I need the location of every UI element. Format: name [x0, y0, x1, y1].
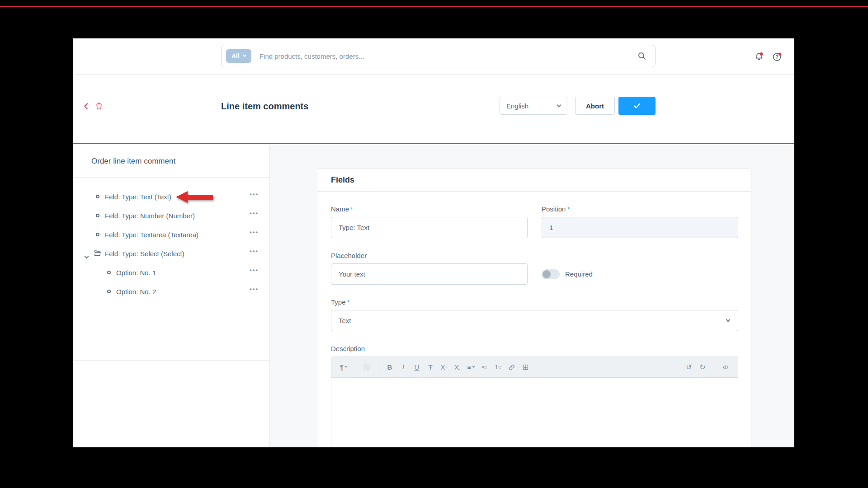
language-select-value: English: [506, 102, 528, 110]
context-menu-button[interactable]: •••: [250, 286, 259, 292]
smart-bar: Line item comments English Abort: [73, 75, 794, 144]
back-button[interactable]: [80, 100, 92, 112]
notifications-button[interactable]: [753, 51, 765, 63]
language-select[interactable]: English: [500, 97, 567, 115]
tree-item-select-field[interactable]: Feld: Type: Select (Select) •••: [73, 244, 269, 263]
required-mark: *: [350, 205, 353, 213]
fields-card: Fields Name* Po: [317, 169, 751, 447]
code-icon: [722, 364, 729, 371]
description-label: Description: [331, 345, 738, 353]
form-row-name-position: Name* Position*: [331, 205, 737, 238]
context-menu-button[interactable]: •••: [250, 191, 259, 197]
tree-item-label: Option: No. 2: [116, 288, 156, 296]
required-toggle[interactable]: [542, 269, 560, 279]
svg-text:?: ?: [775, 54, 778, 60]
align-icon: ≡: [467, 363, 472, 371]
italic-button[interactable]: I: [397, 361, 409, 374]
search-scope-dropdown[interactable]: All: [226, 49, 251, 63]
name-input[interactable]: [331, 217, 528, 238]
bold-button[interactable]: B: [384, 361, 396, 374]
tree-panel-heading: Order line item comment: [91, 157, 175, 166]
divider: [73, 360, 269, 361]
align-button[interactable]: ≡: [465, 361, 477, 374]
circle-bullet-icon: [107, 290, 111, 293]
insert-image-button[interactable]: [361, 361, 373, 374]
collapse-toggle[interactable]: [85, 252, 88, 260]
check-icon: [632, 101, 642, 110]
context-menu-button[interactable]: •••: [250, 210, 259, 216]
bullet-list-button[interactable]: •≡: [479, 361, 491, 374]
table-button[interactable]: ⊞: [519, 361, 531, 374]
superscript-button[interactable]: X·: [438, 361, 450, 374]
required-mark: *: [347, 298, 350, 306]
global-search-box[interactable]: All: [221, 45, 656, 67]
label-text: Name: [331, 205, 349, 213]
form-row-type: Type* Text: [331, 298, 737, 331]
editor-content-area[interactable]: [331, 378, 738, 447]
main-area: Fields Name* Po: [270, 145, 794, 447]
tree-item-label: Feld: Type: Textarea (Textarea): [105, 231, 198, 239]
context-menu-button[interactable]: •••: [250, 267, 259, 273]
placeholder-field-group: Placeholder: [331, 252, 528, 285]
content-area: Order line item comment Feld: Type: Text…: [73, 145, 794, 447]
chevron-down-icon: [557, 103, 561, 107]
description-field-group: Description ¶: [331, 345, 738, 447]
tree-panel: Order line item comment Feld: Type: Text…: [73, 145, 270, 447]
undo-button[interactable]: ↺: [683, 361, 695, 374]
context-menu-button[interactable]: •••: [250, 248, 259, 254]
chevron-down-icon: [726, 318, 731, 322]
form-row-placeholder-required: Placeholder Required: [331, 252, 737, 285]
link-button[interactable]: [506, 361, 518, 374]
tree-item-option-1[interactable]: Option: No. 1 •••: [73, 263, 269, 282]
position-input: [542, 217, 738, 238]
divider: [73, 177, 269, 178]
required-mark: *: [567, 205, 570, 213]
top-red-line: [0, 6, 868, 7]
abort-button[interactable]: Abort: [575, 97, 615, 115]
top-bar: All: [73, 38, 794, 75]
save-confirm-button[interactable]: [618, 97, 656, 115]
placeholder-input[interactable]: [331, 263, 528, 285]
code-view-button[interactable]: [720, 361, 731, 374]
tree-item-text-field[interactable]: Feld: Type: Text (Text) •••: [73, 187, 269, 206]
back-icon: [82, 102, 91, 111]
red-arrow-tail: [188, 195, 213, 200]
tree-item-label: Feld: Type: Number (Number): [105, 212, 195, 220]
required-toggle-label: Required: [565, 270, 593, 278]
toolbar-separator: [378, 361, 378, 373]
tree-item-label: Feld: Type: Text (Text): [105, 193, 171, 201]
search-icon[interactable]: [637, 51, 647, 61]
form-row-description: Description ¶: [331, 345, 737, 447]
strikethrough-button[interactable]: Ŧ: [425, 361, 436, 374]
underline-button[interactable]: U: [411, 361, 423, 374]
search-input[interactable]: [259, 52, 637, 61]
rich-text-editor: ¶ B I: [331, 357, 738, 447]
tree-item-number-field[interactable]: Feld: Type: Number (Number) •••: [73, 206, 269, 225]
circle-bullet-icon: [96, 195, 99, 198]
help-button[interactable]: ?: [771, 51, 783, 63]
circle-bullet-icon: [96, 214, 99, 217]
bell-icon: [754, 52, 764, 62]
subscript-button[interactable]: X.: [452, 361, 463, 374]
page-title: Line item comments: [221, 101, 308, 112]
type-field-group: Type* Text: [331, 298, 738, 331]
paragraph-format-button[interactable]: ¶: [338, 361, 349, 374]
undo-icon: ↺: [686, 363, 692, 371]
search-scope-label: All: [231, 52, 240, 60]
placeholder-label: Placeholder: [331, 252, 528, 260]
red-arrow-annotation: [176, 191, 214, 203]
circle-bullet-icon: [96, 233, 99, 236]
redo-button[interactable]: ↻: [697, 361, 708, 374]
type-select[interactable]: Text: [331, 310, 738, 331]
table-icon: ⊞: [522, 362, 528, 372]
red-arrow-head: [176, 191, 188, 203]
tree-item-option-2[interactable]: Option: No. 2 •••: [73, 282, 269, 301]
circle-bullet-icon: [107, 271, 111, 274]
position-label: Position*: [542, 205, 738, 213]
required-toggle-group: Required: [542, 263, 738, 285]
tree-item-textarea-field[interactable]: Feld: Type: Textarea (Textarea) •••: [73, 225, 269, 244]
ordered-list-button[interactable]: 1≡: [492, 361, 504, 374]
fields-card-body: Name* Position*: [317, 192, 751, 447]
context-menu-button[interactable]: •••: [250, 229, 259, 235]
fields-card-title: Fields: [331, 175, 354, 185]
